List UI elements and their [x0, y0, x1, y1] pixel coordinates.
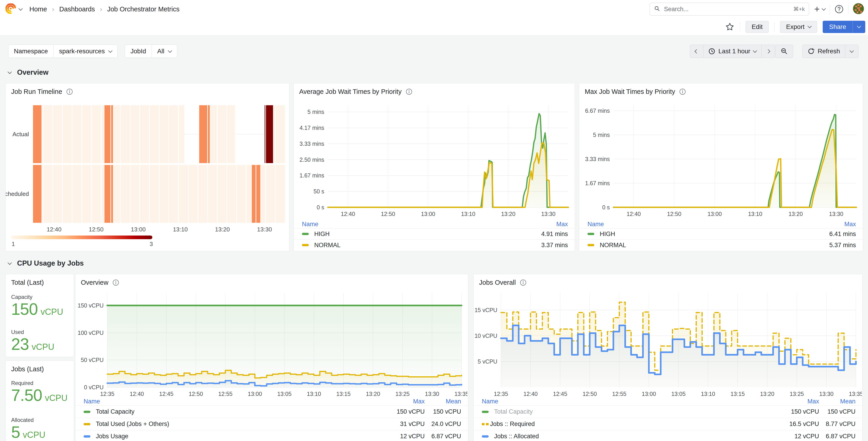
series-name[interactable]: Total Used (Jobs + Others) [96, 420, 384, 428]
org-switcher-chevron-icon[interactable] [19, 6, 23, 10]
namespace-variable: Namespace spark-resources [8, 45, 118, 58]
legend-col-name[interactable]: Name [302, 221, 527, 228]
refresh-interval-button[interactable] [845, 45, 859, 58]
breadcrumb-home[interactable]: Home [29, 5, 47, 13]
series-mean: 150 vCPU [425, 408, 461, 415]
series-swatch [302, 233, 309, 235]
legend-col-max[interactable]: Max [815, 221, 856, 228]
section-cpu-usage[interactable]: CPU Usage by Jobs [8, 259, 84, 267]
help-button[interactable] [835, 5, 844, 14]
legend-row: Jobs Usage 12 vCPU 6.87 vCPU [75, 430, 468, 441]
max-wait-chart[interactable]: 12:4012:5013:0013:1013:2013:300 s1.67 mi… [579, 102, 862, 218]
series-name[interactable]: NORMAL [314, 242, 527, 249]
info-icon[interactable] [66, 88, 73, 95]
jobs-overall-chart[interactable]: 12:3512:4012:4512:5012:5513:0013:0513:10… [474, 289, 862, 398]
edit-button[interactable]: Edit [745, 21, 769, 33]
svg-text:13:35: 13:35 [455, 391, 467, 397]
svg-text:13:10: 13:10 [461, 211, 475, 217]
legend-col-mean[interactable]: Mean [819, 398, 856, 405]
panel-title[interactable]: Job Run Timeline [11, 88, 62, 95]
series-name[interactable]: Jobs Usage [96, 433, 384, 440]
svg-text:13:20: 13:20 [760, 391, 774, 397]
svg-text:12:40: 12:40 [130, 391, 144, 397]
legend-col-name[interactable]: Name [482, 398, 778, 405]
legend-col-max[interactable]: Max [384, 398, 425, 405]
series-name[interactable]: Total Capacity [494, 408, 778, 415]
legend-row: HIGH 6.41 mins [579, 228, 863, 239]
share-button[interactable]: Share [823, 21, 852, 33]
divider [848, 5, 848, 14]
svg-text:Actual: Actual [12, 131, 29, 138]
series-name[interactable]: Total Capacity [96, 408, 384, 415]
panel-title[interactable]: Average Job Wait Times by Priority [299, 88, 402, 95]
favorite-star-button[interactable] [725, 22, 734, 31]
series-name[interactable]: HIGH [314, 231, 527, 238]
avg-wait-legend: Name Max HIGH 4.91 mins NORMAL 3.37 mins [294, 220, 575, 251]
timeline-chart[interactable]: ActualScheduled12:4012:5013:0013:1013:20… [6, 104, 289, 233]
share-menu-button[interactable] [852, 21, 865, 33]
panel-title[interactable]: Jobs Overall [479, 279, 516, 286]
search-input[interactable]: Search... ⌘+k [650, 3, 809, 16]
chevron-down-icon [168, 49, 172, 53]
grafana-logo[interactable] [5, 3, 16, 15]
namespace-select[interactable]: spark-resources [54, 45, 117, 58]
jobid-select[interactable]: All [152, 45, 177, 58]
series-max: 3.37 mins [527, 242, 568, 249]
breadcrumb: Home › Dashboards › Job Orchestrator Met… [29, 5, 179, 13]
svg-text:12:45: 12:45 [553, 391, 567, 397]
svg-text:12:40: 12:40 [47, 226, 61, 233]
avatar[interactable] [853, 3, 864, 15]
panel-title[interactable]: Total (Last) [11, 279, 44, 286]
svg-text:5 mins: 5 mins [593, 132, 610, 138]
series-name[interactable]: Jobs :: Required [490, 420, 778, 428]
legend-row: Jobs :: Required 16.5 vCPU 8.77 vCPU [474, 418, 862, 430]
panel-title[interactable]: Overview [81, 279, 108, 286]
legend-col-max[interactable]: Max [527, 221, 568, 228]
info-icon[interactable] [679, 88, 686, 95]
legend-col-mean[interactable]: Mean [425, 398, 461, 405]
refresh-button[interactable]: Refresh [802, 45, 845, 58]
panel-max-wait: Max Job Wait Times by Priority 12:4012:5… [579, 83, 863, 251]
series-name[interactable]: HIGH [600, 231, 815, 238]
series-name[interactable]: Jobs :: Allocated [494, 433, 778, 440]
zoom-out-button[interactable] [775, 45, 793, 58]
breadcrumb-dashboards[interactable]: Dashboards [59, 5, 95, 13]
series-max: 12 vCPU [778, 433, 819, 440]
legend-col-max[interactable]: Max [778, 398, 819, 405]
svg-text:2.50 mins: 2.50 mins [300, 156, 324, 163]
export-button[interactable]: Export [780, 21, 817, 33]
svg-text:13:00: 13:00 [421, 211, 435, 217]
time-controls: Last 1 hour [690, 45, 793, 58]
time-shift-forward-button[interactable] [762, 45, 775, 58]
series-swatch [84, 423, 90, 425]
svg-text:15 vCPU: 15 vCPU [474, 307, 497, 313]
svg-text:12:40: 12:40 [524, 391, 538, 397]
info-icon[interactable] [406, 88, 412, 95]
cpu-overview-chart[interactable]: 12:3512:4012:4512:5012:5513:0013:0513:10… [75, 289, 467, 398]
refresh-icon [808, 48, 814, 55]
panel-title[interactable]: Jobs (Last) [11, 365, 44, 373]
time-range-picker[interactable]: Last 1 hour [703, 45, 762, 58]
legend-col-name[interactable]: Name [84, 398, 384, 405]
search-placeholder: Search... [664, 6, 790, 13]
series-name[interactable]: NORMAL [600, 242, 815, 249]
chevron-down-icon [7, 261, 11, 265]
svg-text:6.67 mins: 6.67 mins [585, 108, 610, 114]
time-shift-back-button[interactable] [690, 45, 703, 58]
series-max: 16.5 vCPU [778, 420, 819, 428]
panel-total-last: Total (Last) Capacity 150vCPU Used 23vCP… [5, 274, 74, 357]
svg-text:13:15: 13:15 [336, 391, 351, 397]
series-swatch [482, 435, 489, 438]
panel-title[interactable]: Max Job Wait Times by Priority [585, 88, 675, 95]
add-new-button[interactable] [813, 6, 825, 12]
info-icon[interactable] [520, 279, 526, 286]
section-overview[interactable]: Overview [8, 68, 49, 77]
series-mean: 8.77 vCPU [819, 420, 856, 428]
grafana-dashboard: Home › Dashboards › Job Orchestrator Met… [0, 0, 868, 441]
series-swatch [587, 233, 594, 235]
info-icon[interactable] [113, 279, 119, 286]
legend-col-name[interactable]: Name [587, 221, 815, 228]
avg-wait-chart[interactable]: 12:4012:5013:0013:1013:2013:300 s50 s1.6… [294, 102, 574, 218]
svg-text:13:00: 13:00 [708, 211, 722, 217]
panel-job-run-timeline: Job Run Timeline ActualScheduled12:4012:… [5, 83, 289, 251]
